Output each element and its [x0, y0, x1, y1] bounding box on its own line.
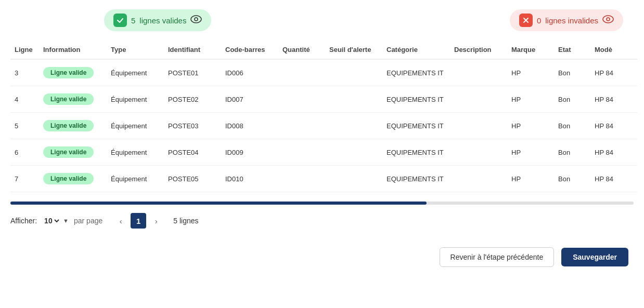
table-cell	[278, 166, 325, 192]
table-cell: POSTE04	[164, 139, 221, 166]
table-cell: HP	[507, 113, 554, 139]
table-cell: EQUIPEMENTS IT	[382, 166, 450, 192]
table-cell	[278, 59, 325, 86]
table-cell: POSTE03	[164, 113, 221, 139]
pagination-bar: Afficher: 10 20 50 ▼ par page ‹ 1 › 5 li…	[0, 205, 644, 237]
table-cell: Bon	[554, 166, 590, 192]
table-cell: HP 84	[590, 166, 637, 192]
svg-point-1	[195, 18, 198, 21]
table-cell: 6	[10, 139, 39, 166]
valid-count: 5	[131, 16, 135, 25]
valid-badge-icon	[113, 14, 127, 27]
table-cell: EQUIPEMENTS IT	[382, 59, 450, 86]
table-cell: POSTE05	[164, 166, 221, 192]
table-cell	[325, 166, 382, 192]
col-ligne: Ligne	[10, 41, 39, 59]
col-identifiant: Identifiant	[164, 41, 221, 59]
invalid-count: 0	[537, 16, 541, 25]
table-cell: 4	[10, 86, 39, 113]
per-page-select[interactable]: 10 20 50 ▼	[42, 216, 69, 225]
table-cell: ID007	[221, 86, 278, 113]
table-cell: POSTE02	[164, 86, 221, 113]
table-cell: EQUIPEMENTS IT	[382, 139, 450, 166]
table-cell	[325, 139, 382, 166]
bottom-actions: Revenir à l'étape précédente Sauvegarder	[0, 237, 644, 277]
table-cell	[450, 113, 507, 139]
col-description: Description	[450, 41, 507, 59]
table-cell	[450, 86, 507, 113]
pagination-nav: ‹ 1 ›	[113, 213, 164, 229]
table-row: 5Ligne valideÉquipementPOSTE03ID008EQUIP…	[10, 113, 637, 139]
table-cell: ID006	[221, 59, 278, 86]
invalid-badge-icon	[519, 14, 533, 27]
table-cell: ID010	[221, 166, 278, 192]
invalid-label: lignes invalides	[545, 16, 598, 25]
table-cell	[278, 139, 325, 166]
valid-badge[interactable]: 5 lignes valides	[104, 9, 211, 31]
page-1-button[interactable]: 1	[131, 213, 146, 229]
col-quantite: Quantité	[278, 41, 325, 59]
table-cell: HP 84	[590, 86, 637, 113]
horizontal-scrollbar[interactable]	[10, 202, 634, 205]
table-cell: HP	[507, 86, 554, 113]
valid-eye-icon[interactable]	[190, 15, 202, 26]
table-cell: 3	[10, 59, 39, 86]
table-cell: EQUIPEMENTS IT	[382, 86, 450, 113]
invalid-badge[interactable]: 0 lignes invalides	[510, 9, 623, 31]
table-cell: 5	[10, 113, 39, 139]
table-cell: Bon	[554, 86, 590, 113]
per-page-dropdown[interactable]: 10 20 50	[42, 216, 61, 225]
table-cell: HP 84	[590, 139, 637, 166]
table-cell: HP	[507, 139, 554, 166]
next-page-button[interactable]: ›	[148, 213, 164, 229]
table-cell: Bon	[554, 113, 590, 139]
table-cell	[450, 139, 507, 166]
table-cell: ID009	[221, 139, 278, 166]
col-code-barres: Code-barres	[221, 41, 278, 59]
table-cell: EQUIPEMENTS IT	[382, 113, 450, 139]
col-type: Type	[107, 41, 164, 59]
par-page-label: par page	[74, 217, 102, 225]
table-cell: ID008	[221, 113, 278, 139]
table-cell	[278, 86, 325, 113]
table-cell: HP	[507, 59, 554, 86]
total-lines: 5 lignes	[173, 217, 198, 225]
table-cell	[450, 166, 507, 192]
save-button[interactable]: Sauvegarder	[561, 248, 628, 266]
table-cell: Bon	[554, 139, 590, 166]
table-cell	[278, 113, 325, 139]
col-etat: Etat	[554, 41, 590, 59]
table-row: 7Ligne valideÉquipementPOSTE05ID010EQUIP…	[10, 166, 637, 192]
table-body: 3Ligne valideÉquipementPOSTE01ID006EQUIP…	[10, 59, 637, 192]
top-badges-bar: 5 lignes valides 0 lignes invalides	[0, 0, 644, 41]
valid-tag: Ligne valide	[43, 173, 94, 184]
table-cell	[325, 86, 382, 113]
data-table-container: Ligne Information Type Identifiant Code-…	[0, 41, 644, 192]
valid-label: lignes valides	[139, 16, 186, 25]
col-seuil: Seuil d'alerte	[325, 41, 382, 59]
table-header-row: Ligne Information Type Identifiant Code-…	[10, 41, 637, 59]
data-table: Ligne Information Type Identifiant Code-…	[10, 41, 637, 192]
table-cell: 7	[10, 166, 39, 192]
table-cell: Bon	[554, 59, 590, 86]
table-row: 3Ligne valideÉquipementPOSTE01ID006EQUIP…	[10, 59, 637, 86]
col-information: Information	[39, 41, 107, 59]
table-cell: Équipement	[107, 86, 164, 113]
show-label: Afficher:	[10, 217, 37, 225]
valid-tag: Ligne valide	[43, 93, 94, 105]
invalid-eye-icon[interactable]	[602, 15, 614, 26]
col-categorie: Catégorie	[382, 41, 450, 59]
svg-point-0	[191, 16, 201, 23]
svg-point-3	[607, 18, 610, 21]
table-cell: Équipement	[107, 59, 164, 86]
scrollbar-thumb	[10, 202, 427, 205]
back-button[interactable]: Revenir à l'étape précédente	[440, 247, 555, 267]
col-marque: Marque	[507, 41, 554, 59]
svg-point-2	[603, 16, 613, 23]
table-cell: HP 84	[590, 59, 637, 86]
prev-page-button[interactable]: ‹	[113, 213, 128, 229]
table-cell	[325, 113, 382, 139]
table-cell	[450, 59, 507, 86]
per-page-chevron: ▼	[63, 218, 69, 224]
col-modele: Modè	[590, 41, 637, 59]
